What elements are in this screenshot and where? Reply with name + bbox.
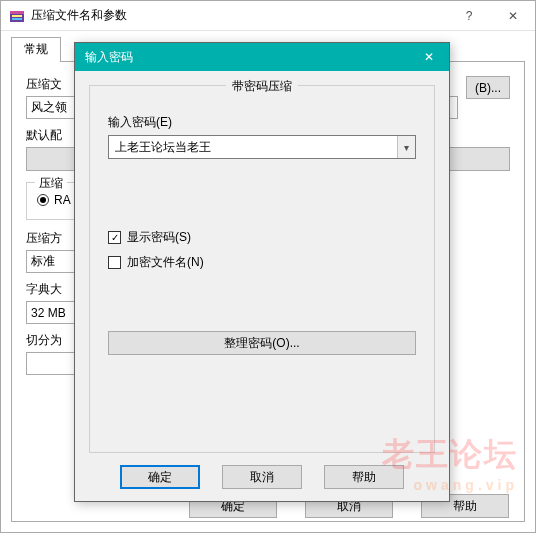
password-help-button[interactable]: 帮助 [324, 465, 404, 489]
main-titlebar: 压缩文件名和参数 ? ✕ [1, 1, 535, 31]
tab-general[interactable]: 常规 [11, 37, 61, 62]
password-close-button[interactable]: ✕ [409, 43, 449, 71]
password-button-row: 确定 取消 帮助 [89, 453, 435, 489]
radio-icon [37, 194, 49, 206]
main-title: 压缩文件名和参数 [31, 7, 447, 24]
svg-rect-1 [10, 11, 24, 14]
help-button[interactable]: ? [447, 1, 491, 31]
encrypt-names-label: 加密文件名(N) [127, 254, 204, 271]
password-input[interactable] [109, 136, 397, 158]
password-titlebar: 输入密码 ✕ [75, 43, 449, 71]
main-close-button[interactable]: ✕ [491, 1, 535, 31]
dict-value: 32 MB [31, 306, 66, 320]
svg-rect-3 [12, 18, 22, 20]
show-password-checkbox[interactable]: ✓ 显示密码(S) [108, 229, 416, 246]
password-legend: 带密码压缩 [90, 78, 434, 95]
encrypt-names-checkbox[interactable]: 加密文件名(N) [108, 254, 416, 271]
enter-password-label: 输入密码(E) [108, 114, 416, 131]
password-ok-button[interactable]: 确定 [120, 465, 200, 489]
password-dropdown-button[interactable] [397, 136, 415, 158]
method-value: 标准 [31, 253, 55, 270]
organize-passwords-button[interactable]: 整理密码(O)... [108, 331, 416, 355]
svg-rect-2 [12, 15, 22, 17]
password-dialog: 输入密码 ✕ 带密码压缩 输入密码(E) ✓ 显示密码(S) 加密文件名(N) … [74, 42, 450, 502]
format-rar-label: RA [54, 193, 71, 207]
show-password-label: 显示密码(S) [127, 229, 191, 246]
password-input-wrap [108, 135, 416, 159]
checkbox-icon: ✓ [108, 231, 121, 244]
format-legend: 压缩 [35, 175, 67, 192]
chevron-down-icon [404, 140, 409, 154]
password-groupbox: 带密码压缩 输入密码(E) ✓ 显示密码(S) 加密文件名(N) 整理密码(O)… [89, 85, 435, 453]
app-icon [9, 8, 25, 24]
password-cancel-button[interactable]: 取消 [222, 465, 302, 489]
archive-name-value: 风之领 [31, 99, 67, 116]
checkbox-icon [108, 256, 121, 269]
password-body: 带密码压缩 输入密码(E) ✓ 显示密码(S) 加密文件名(N) 整理密码(O)… [75, 71, 449, 501]
browse-button[interactable]: (B)... [466, 76, 510, 99]
password-title: 输入密码 [85, 49, 409, 66]
